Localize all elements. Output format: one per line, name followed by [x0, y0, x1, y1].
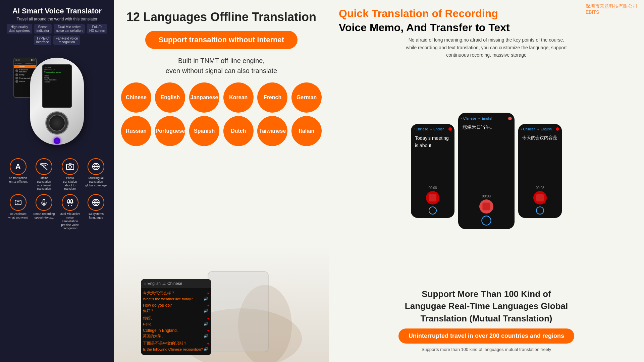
- screen-menu4: Favorite: [44, 81, 70, 83]
- company-cn: 深圳市云意科技有限公司: [586, 3, 637, 9]
- record-button-2[interactable]: [479, 199, 493, 214]
- systems-icon: [88, 194, 104, 211]
- icon-item-translation: A ne translationient & efficient: [7, 158, 30, 191]
- svg-rect-10: [71, 199, 72, 203]
- speaker-icon-5: 🔊: [204, 347, 208, 351]
- arrow-right-1: →: [429, 127, 432, 131]
- device-text-cn-2: 您像禾日当午。: [463, 124, 511, 131]
- phone-menu-record[interactable]: Record: [14, 65, 36, 68]
- cta-button[interactable]: Uninterrupted travel in over 200 countri…: [398, 328, 574, 344]
- rec-dot-2: [508, 116, 512, 120]
- lang-portuguese: Portuguese: [155, 116, 185, 146]
- feature-badge: Far-Field voicerecognition: [53, 36, 80, 45]
- record-inner-1: [429, 194, 436, 201]
- chat-en-1: What's the weather like today?: [143, 297, 193, 301]
- icon-item-photo: Photo translationshoot to translate: [59, 158, 82, 191]
- built-in-text: Built-in TNMT off-line engine,even witho…: [166, 56, 277, 76]
- cn-tag-2: Chinese: [463, 116, 476, 120]
- device-card-2: ‹ Chinese → English 您像禾日当午。 00:08: [458, 113, 515, 229]
- feature-badge: TYPE-Cinterface: [34, 36, 51, 45]
- lang-taiwanese: Taiwanese: [257, 116, 287, 146]
- speaker-icon-4: 🔊: [204, 334, 208, 338]
- heart-icon-2: ♥: [207, 303, 209, 307]
- chat-cn-5: 下面是不是中文的识别？: [143, 341, 187, 346]
- chat-ui: ‹ English ⇄ Chinese 今天天气怎么样？ ♥ What's th…: [141, 279, 211, 355]
- icon-label-photo: Photo translationshoot to translate: [59, 176, 82, 191]
- svg-rect-18: [208, 272, 268, 352]
- title-black-part: Voice Memo, And Transfer to Text: [339, 21, 510, 34]
- lang-chinese: Chinese: [121, 82, 151, 113]
- photo-icon: [62, 158, 78, 175]
- icon-item-multilingual: Multilingualtranslationglobal coverage: [85, 158, 108, 191]
- back-arrow-1: ‹: [414, 127, 415, 131]
- recording-icon: [36, 194, 52, 211]
- speaker-icon-1: 🔊: [204, 297, 208, 301]
- icon-item-dual-mic: Dual Mic activenoise cancellationprecise…: [59, 194, 82, 230]
- translator-device: Chinese English (US) AI assistant transl…: [30, 58, 84, 145]
- device-text-cn-3: 今天的会议内容是: [522, 134, 558, 141]
- record-button-1[interactable]: [426, 191, 439, 204]
- icon-item-systems: 13 systemslanguages: [85, 194, 108, 230]
- chat-cn-2: 你好？: [143, 308, 154, 313]
- lang-german: German: [291, 82, 322, 113]
- phone-english-label: English (US): [25, 62, 35, 64]
- svg-line-1: [41, 163, 47, 170]
- screen-content: Chinese English (US) AI assistant transl…: [43, 65, 71, 84]
- chat-en-4: College in England.: [143, 328, 178, 333]
- timer-3: 00:08: [536, 186, 544, 190]
- support-button[interactable]: Support transaltion without internet: [145, 31, 298, 49]
- home-button-3[interactable]: [536, 206, 544, 215]
- icon-label-recording: Smart recordingspeech-to-text: [33, 212, 55, 220]
- feature-badge: Full-FitHD screen: [87, 24, 107, 34]
- heart-icon-5: ♥: [207, 342, 209, 346]
- icon-label-multilingual: Multilingualtranslationglobal coverage: [85, 176, 107, 187]
- screen-translation: AI assistant translation: [44, 71, 70, 73]
- product-subtitle: Travel all around the world with this tr…: [17, 17, 98, 21]
- device-home-button[interactable]: [54, 137, 60, 144]
- record-inner-2: [482, 202, 490, 210]
- home-button-2[interactable]: [481, 216, 491, 225]
- icon-label-translation: ne translationient & efficient: [9, 176, 28, 184]
- lang-french: French: [257, 82, 287, 113]
- arrow-right-2: →: [477, 116, 481, 120]
- screen-label-english: English (US): [44, 68, 70, 70]
- chat-msg-3: 你好。 ♥ Hello. 🔊: [143, 315, 209, 326]
- device-card-header-1: ‹ Chinese → English: [414, 127, 452, 131]
- svg-rect-5: [15, 200, 21, 205]
- multilingual-icon: [88, 158, 104, 175]
- offline-icon: [36, 158, 52, 175]
- company-en: EBITS: [586, 9, 599, 15]
- feature-badge: High qualitydual speakers: [7, 24, 32, 34]
- record-button-3[interactable]: [533, 191, 547, 204]
- heart-icon-3: ♥: [207, 316, 209, 320]
- phone-top-bar: 13:58▌▌▌: [14, 58, 36, 62]
- feature-badge: Sceneindicator: [34, 24, 52, 34]
- icon-label-offline: Offline translationno internet translati…: [33, 176, 56, 191]
- footer-text: Supports more than 100 kind of languages…: [339, 347, 634, 352]
- device-screen: Chinese English (US) AI assistant transl…: [42, 64, 72, 108]
- lang-italian: Italian: [291, 116, 322, 146]
- svg-rect-9: [68, 199, 69, 203]
- chat-cn-4: 英国的大学。: [143, 334, 165, 339]
- icon-label-dual-mic: Dual Mic activenoise cancellationprecise…: [59, 212, 82, 230]
- company-watermark: 深圳市云意科技有限公司 EBITS: [586, 3, 637, 15]
- home-button-1[interactable]: [429, 206, 437, 215]
- speaker-icon-2: 🔊: [204, 309, 208, 313]
- chat-msg-5: 下面是不是中文的识别？ ♥ Is the following Chinese r…: [143, 341, 209, 351]
- cn-tag-1: Chinese: [416, 127, 428, 131]
- translation-icon: A: [10, 158, 26, 175]
- language-grid: Chinese English Janpanese Korean French …: [121, 82, 322, 146]
- lang-english: English: [155, 82, 185, 113]
- chat-from-lang: English: [148, 281, 161, 286]
- svg-point-3: [69, 166, 71, 168]
- icon-item-recording: Smart recordingspeech-to-text: [33, 194, 56, 230]
- en-tag-3: English: [541, 127, 552, 131]
- chat-en-5: Is the following Chinese recognition?: [143, 347, 203, 351]
- feature-badge: Dual Mic activenoise cancellation: [54, 24, 85, 34]
- device-text-area-3: 今天的会议内容是: [521, 133, 559, 186]
- chat-en-2: How do you do?: [143, 303, 172, 308]
- chat-cn-1: 今天天气怎么样？: [143, 290, 175, 296]
- right-bottom-title: Support More Than 100 Kind ofLangugae Re…: [339, 288, 634, 324]
- back-arrow-2: ‹: [461, 116, 462, 120]
- device-text-area-1: Today's meeting is about: [414, 133, 452, 186]
